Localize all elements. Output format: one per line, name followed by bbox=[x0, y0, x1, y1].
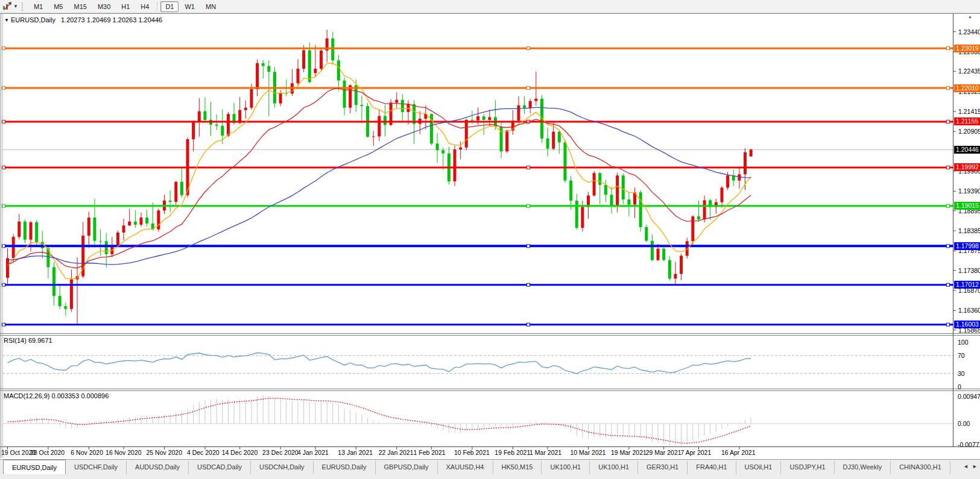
chart-tab-15[interactable]: DJ30,Weekly bbox=[835, 461, 891, 474]
candle-body bbox=[87, 218, 90, 236]
candle-body bbox=[256, 63, 259, 89]
chart-tab-11[interactable]: GER30,H1 bbox=[638, 461, 688, 474]
candle-body bbox=[563, 142, 566, 180]
candle-body bbox=[279, 93, 282, 104]
line-handle[interactable] bbox=[947, 283, 950, 286]
candle-body bbox=[244, 108, 247, 110]
candle-body bbox=[203, 111, 206, 120]
timeframe-buttons: M1M5M15M30H1H4D1W1MN bbox=[28, 1, 221, 12]
line-handle[interactable] bbox=[527, 204, 530, 207]
chart-tabs: EURUSD,DailyUSDCHF,DailyAUDUSD,DailyUSDC… bbox=[3, 460, 956, 474]
timeframe-button-m15[interactable]: M15 bbox=[69, 1, 91, 12]
line-handle[interactable] bbox=[947, 47, 950, 50]
candle-body bbox=[320, 51, 323, 69]
candle-body bbox=[139, 218, 142, 225]
candle-body bbox=[552, 132, 555, 149]
candle-body bbox=[680, 256, 683, 274]
timeframe-button-m30[interactable]: M30 bbox=[93, 1, 115, 12]
line-handle[interactable] bbox=[947, 204, 950, 207]
chart-tab-12[interactable]: FRA40,H1 bbox=[688, 461, 736, 474]
candle-body bbox=[720, 187, 723, 202]
line-handle[interactable] bbox=[527, 245, 530, 248]
mt4-terminal-window: { "icons": {"dropdown_arrow":"▼","title_… bbox=[0, 0, 980, 479]
timeframe-button-mn[interactable]: MN bbox=[201, 1, 221, 12]
candle-body bbox=[441, 150, 444, 153]
chart-tab-16[interactable]: CHINA300,H1 bbox=[891, 461, 950, 474]
chart-tab-bar: EURUSD,DailyUSDCHF,DailyAUDUSD,DailyUSDC… bbox=[0, 459, 980, 479]
candle-body bbox=[454, 149, 457, 181]
candle-body bbox=[169, 201, 172, 202]
candle-body bbox=[35, 222, 38, 242]
tabs-scroll-right-icon[interactable]: ► bbox=[972, 463, 978, 469]
chart-tab-10[interactable]: UK100,H1 bbox=[590, 461, 638, 474]
chart-tab-4[interactable]: USDCNH,Daily bbox=[251, 461, 314, 474]
line-handle[interactable] bbox=[947, 323, 950, 326]
timeframe-button-d1[interactable]: D1 bbox=[160, 1, 179, 12]
chart-tab-14[interactable]: USDJPY,H1 bbox=[781, 461, 834, 474]
line-handle[interactable] bbox=[527, 87, 530, 90]
line-handle[interactable] bbox=[527, 323, 530, 326]
tabs-scroll-left-icon[interactable]: ◄ bbox=[963, 463, 969, 469]
line-handle[interactable] bbox=[947, 87, 950, 90]
candle-body bbox=[529, 101, 532, 108]
candle-body bbox=[465, 120, 468, 148]
chart-tab-1[interactable]: USDCHF,Daily bbox=[66, 461, 127, 474]
chart-tab-6[interactable]: GBPUSD,Daily bbox=[376, 461, 438, 474]
candle-body bbox=[157, 210, 160, 229]
line-handle[interactable] bbox=[527, 47, 530, 50]
candle-body bbox=[470, 120, 473, 121]
candle-body bbox=[726, 175, 729, 187]
candle-body bbox=[52, 267, 55, 296]
candle-body bbox=[697, 216, 700, 219]
candle-body bbox=[360, 105, 363, 106]
chart-tab-0[interactable]: EURUSD,Daily bbox=[3, 460, 66, 474]
toolbar-grip[interactable] bbox=[22, 2, 25, 11]
chart-tab-8[interactable]: HK50,M15 bbox=[493, 461, 542, 474]
candle-body bbox=[395, 100, 398, 103]
candle-body bbox=[17, 222, 21, 237]
candle-body bbox=[221, 126, 224, 136]
candle-body bbox=[215, 125, 218, 126]
chart-tab-17[interactable]: U bbox=[950, 461, 956, 474]
chart-tab-3[interactable]: USDCAD,Daily bbox=[189, 461, 251, 474]
line-handle[interactable] bbox=[527, 283, 530, 286]
chart-tab-5[interactable]: EURUSD,Daily bbox=[314, 461, 376, 474]
candle-body bbox=[180, 182, 183, 195]
chart-tab-2[interactable]: AUDUSD,Daily bbox=[127, 461, 189, 474]
toolbar-separator bbox=[157, 2, 157, 11]
timeframe-button-m1[interactable]: M1 bbox=[29, 1, 48, 12]
line-handle[interactable] bbox=[947, 120, 950, 123]
candle-body bbox=[70, 280, 73, 309]
chart-tab-7[interactable]: XAUUSD,H4 bbox=[438, 461, 493, 474]
chart-tab-9[interactable]: UK100,H1 bbox=[542, 461, 590, 474]
candle-body bbox=[297, 69, 300, 83]
candle-body bbox=[30, 222, 33, 240]
timeframe-button-w1[interactable]: W1 bbox=[180, 1, 200, 12]
candle-body bbox=[651, 241, 654, 260]
candle-body bbox=[523, 105, 526, 108]
timeframe-button-m5[interactable]: M5 bbox=[49, 1, 68, 12]
chart-tab-13[interactable]: USOil,H1 bbox=[736, 461, 782, 474]
candle-body bbox=[134, 222, 137, 225]
candle-body bbox=[24, 222, 27, 240]
candle-body bbox=[459, 148, 462, 149]
timeframe-button-h1[interactable]: H1 bbox=[116, 1, 134, 12]
chevron-down-icon[interactable]: ▼ bbox=[13, 4, 18, 9]
candle-body bbox=[593, 173, 596, 195]
candle-body bbox=[343, 81, 346, 108]
candle-body bbox=[145, 218, 148, 224]
line-handle[interactable] bbox=[947, 245, 950, 248]
candle-body bbox=[662, 249, 665, 260]
candle-body bbox=[331, 39, 334, 61]
timeframe-button-h4[interactable]: H4 bbox=[136, 1, 154, 12]
candle-body bbox=[674, 274, 677, 279]
candle-body bbox=[744, 152, 747, 175]
line-handle[interactable] bbox=[947, 166, 950, 169]
chart-cursor-icon[interactable] bbox=[2, 2, 13, 11]
candle-body bbox=[558, 132, 561, 143]
candle-body bbox=[105, 241, 108, 254]
candle-body bbox=[174, 182, 177, 202]
line-handle[interactable] bbox=[527, 166, 530, 169]
candle-body bbox=[6, 258, 9, 278]
candle-body bbox=[645, 227, 648, 241]
